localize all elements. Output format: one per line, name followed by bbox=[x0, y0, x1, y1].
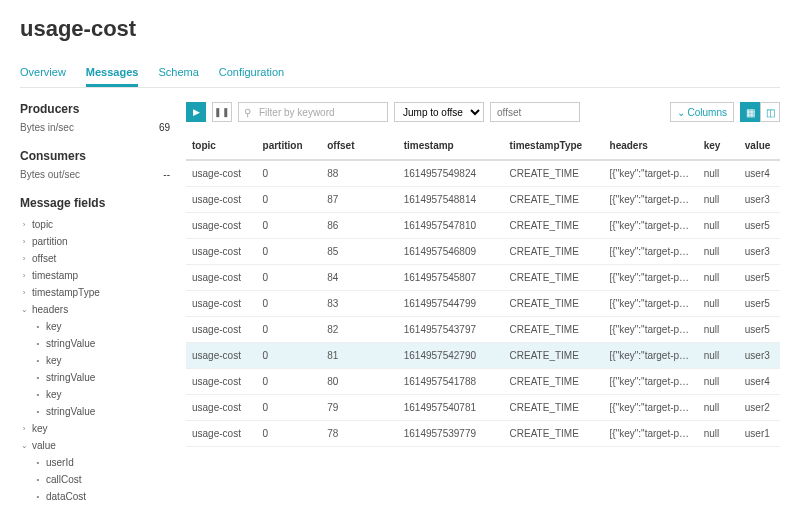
tree-item-key[interactable]: •key bbox=[20, 386, 170, 403]
pause-button[interactable]: ❚❚ bbox=[212, 102, 232, 122]
column-header-partition[interactable]: partition bbox=[257, 132, 322, 160]
column-header-value[interactable]: value bbox=[739, 132, 780, 160]
cell-headers: [{"key":"target-p… bbox=[604, 421, 698, 447]
cell-topic: usage-cost bbox=[186, 369, 257, 395]
bullet-icon: • bbox=[34, 356, 42, 365]
table-row[interactable]: usage-cost0781614957539779CREATE_TIME[{"… bbox=[186, 421, 780, 447]
toolbar: ▶ ❚❚ ⚲ Jump to offset ⌄ Columns ▦ ◫ bbox=[186, 102, 780, 122]
tree-item-key[interactable]: •key bbox=[20, 352, 170, 369]
column-header-offset[interactable]: offset bbox=[321, 132, 397, 160]
bytes-in-label: Bytes in/sec bbox=[20, 122, 74, 133]
tree-item-userId[interactable]: •userId bbox=[20, 454, 170, 471]
cell-offset: 85 bbox=[321, 239, 397, 265]
cell-offset: 79 bbox=[321, 395, 397, 421]
play-button[interactable]: ▶ bbox=[186, 102, 206, 122]
cell-partition: 0 bbox=[257, 369, 322, 395]
tab-messages[interactable]: Messages bbox=[86, 60, 139, 87]
tree-item-offset[interactable]: ›offset bbox=[20, 250, 170, 267]
cell-key: null bbox=[698, 265, 739, 291]
tree-item-stringValue[interactable]: •stringValue bbox=[20, 335, 170, 352]
cell-value: user3 bbox=[739, 187, 780, 213]
sidebar: Producers Bytes in/sec 69 Consumers Byte… bbox=[20, 102, 170, 506]
cell-offset: 87 bbox=[321, 187, 397, 213]
caret-icon: › bbox=[20, 237, 28, 246]
cell-value: user5 bbox=[739, 265, 780, 291]
cell-timestamp: 1614957547810 bbox=[398, 213, 504, 239]
cell-timestampType: CREATE_TIME bbox=[504, 213, 604, 239]
table-row[interactable]: usage-cost0801614957541788CREATE_TIME[{"… bbox=[186, 369, 780, 395]
table-row[interactable]: usage-cost0851614957546809CREATE_TIME[{"… bbox=[186, 239, 780, 265]
tree-item-headers[interactable]: ⌄headers bbox=[20, 301, 170, 318]
cell-timestamp: 1614957542790 bbox=[398, 343, 504, 369]
cell-offset: 84 bbox=[321, 265, 397, 291]
cell-partition: 0 bbox=[257, 317, 322, 343]
tree-item-stringValue[interactable]: •stringValue bbox=[20, 369, 170, 386]
cell-key: null bbox=[698, 369, 739, 395]
cell-value: user4 bbox=[739, 369, 780, 395]
tree-item-dataCost[interactable]: •dataCost bbox=[20, 488, 170, 505]
tree-item-value[interactable]: ⌄value bbox=[20, 437, 170, 454]
cell-timestamp: 1614957549824 bbox=[398, 160, 504, 187]
cell-value: user1 bbox=[739, 421, 780, 447]
cell-key: null bbox=[698, 239, 739, 265]
cell-key: null bbox=[698, 213, 739, 239]
column-header-topic[interactable]: topic bbox=[186, 132, 257, 160]
table-row[interactable]: usage-cost0811614957542790CREATE_TIME[{"… bbox=[186, 343, 780, 369]
tab-configuration[interactable]: Configuration bbox=[219, 60, 284, 87]
cell-offset: 81 bbox=[321, 343, 397, 369]
column-header-headers[interactable]: headers bbox=[604, 132, 698, 160]
columns-button[interactable]: ⌄ Columns bbox=[670, 102, 734, 122]
cell-timestampType: CREATE_TIME bbox=[504, 160, 604, 187]
chevron-down-icon: ⌄ bbox=[677, 107, 685, 118]
cell-topic: usage-cost bbox=[186, 291, 257, 317]
tree-item-topic[interactable]: ›topic bbox=[20, 216, 170, 233]
cell-topic: usage-cost bbox=[186, 187, 257, 213]
tab-overview[interactable]: Overview bbox=[20, 60, 66, 87]
table-row[interactable]: usage-cost0821614957543797CREATE_TIME[{"… bbox=[186, 317, 780, 343]
tree-item-partition[interactable]: ›partition bbox=[20, 233, 170, 250]
bullet-icon: • bbox=[34, 475, 42, 484]
caret-icon: ⌄ bbox=[20, 441, 28, 450]
column-header-timestampType[interactable]: timestampType bbox=[504, 132, 604, 160]
cell-key: null bbox=[698, 343, 739, 369]
cell-value: user5 bbox=[739, 317, 780, 343]
jump-to-offset-select[interactable]: Jump to offset bbox=[394, 102, 484, 122]
cell-partition: 0 bbox=[257, 291, 322, 317]
caret-icon: › bbox=[20, 254, 28, 263]
tree-item-timestampType[interactable]: ›timestampType bbox=[20, 284, 170, 301]
bullet-icon: • bbox=[34, 322, 42, 331]
table-row[interactable]: usage-cost0791614957540781CREATE_TIME[{"… bbox=[186, 395, 780, 421]
cell-key: null bbox=[698, 421, 739, 447]
table-row[interactable]: usage-cost0881614957549824CREATE_TIME[{"… bbox=[186, 160, 780, 187]
table-row[interactable]: usage-cost0841614957545807CREATE_TIME[{"… bbox=[186, 265, 780, 291]
column-header-timestamp[interactable]: timestamp bbox=[398, 132, 504, 160]
cell-topic: usage-cost bbox=[186, 395, 257, 421]
tree-item-stringValue[interactable]: •stringValue bbox=[20, 403, 170, 420]
table-row[interactable]: usage-cost0831614957544799CREATE_TIME[{"… bbox=[186, 291, 780, 317]
tab-schema[interactable]: Schema bbox=[158, 60, 198, 87]
column-header-key[interactable]: key bbox=[698, 132, 739, 160]
cell-key: null bbox=[698, 187, 739, 213]
grid-view-button[interactable]: ▦ bbox=[740, 102, 760, 122]
bullet-icon: • bbox=[34, 407, 42, 416]
tree-item-key[interactable]: •key bbox=[20, 318, 170, 335]
cell-headers: [{"key":"target-p… bbox=[604, 213, 698, 239]
cell-partition: 0 bbox=[257, 239, 322, 265]
tree-item-timestamp[interactable]: ›timestamp bbox=[20, 267, 170, 284]
bytes-in-value: 69 bbox=[159, 122, 170, 133]
split-view-button[interactable]: ◫ bbox=[760, 102, 780, 122]
tree-item-key[interactable]: ›key bbox=[20, 420, 170, 437]
offset-input[interactable] bbox=[490, 102, 580, 122]
cell-timestampType: CREATE_TIME bbox=[504, 369, 604, 395]
cell-topic: usage-cost bbox=[186, 317, 257, 343]
cell-timestampType: CREATE_TIME bbox=[504, 317, 604, 343]
cell-headers: [{"key":"target-p… bbox=[604, 265, 698, 291]
cell-offset: 78 bbox=[321, 421, 397, 447]
cell-timestamp: 1614957541788 bbox=[398, 369, 504, 395]
filter-input[interactable] bbox=[238, 102, 388, 122]
cell-partition: 0 bbox=[257, 213, 322, 239]
cell-headers: [{"key":"target-p… bbox=[604, 187, 698, 213]
table-row[interactable]: usage-cost0871614957548814CREATE_TIME[{"… bbox=[186, 187, 780, 213]
tree-item-callCost[interactable]: •callCost bbox=[20, 471, 170, 488]
table-row[interactable]: usage-cost0861614957547810CREATE_TIME[{"… bbox=[186, 213, 780, 239]
